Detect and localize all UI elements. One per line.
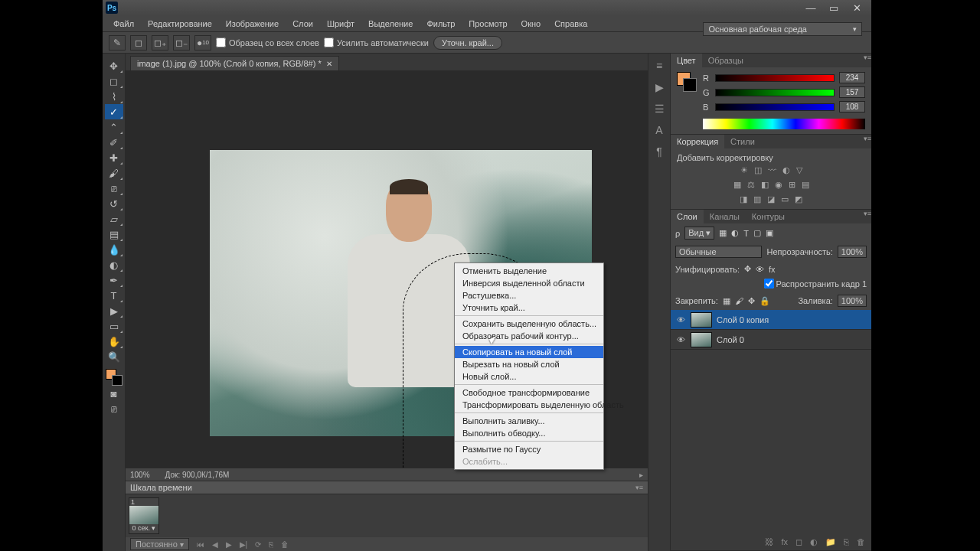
pen-tool-icon[interactable]: ✒ — [105, 272, 123, 288]
document-tab[interactable]: image (1).jpg @ 100% (Слой 0 копия, RGB/… — [130, 56, 339, 70]
add-selection-icon[interactable]: ◻₊ — [152, 35, 168, 51]
tab-adjustments[interactable]: Коррекция — [671, 135, 724, 148]
exposure-icon[interactable]: ◐ — [782, 165, 790, 175]
subtract-selection-icon[interactable]: ◻₋ — [173, 35, 190, 51]
next-frame-icon[interactable]: ▶| — [240, 540, 248, 549]
marquee-tool-icon[interactable]: ◻ — [105, 73, 123, 89]
ctx-deselect[interactable]: Отменить выделение — [455, 265, 603, 277]
link-layers-icon[interactable]: ⛓ — [765, 537, 773, 546]
layer-name[interactable]: Слой 0 — [717, 335, 744, 344]
ctx-layer-via-cut[interactable]: Вырезать на новый слой — [455, 358, 603, 370]
menu-window[interactable]: Окно — [515, 18, 547, 30]
filter-pixel-icon[interactable]: ▦ — [719, 228, 727, 238]
zoom-tool-icon[interactable]: 🔍 — [105, 349, 123, 364]
ctx-save-selection[interactable]: Сохранить выделенную область... — [455, 318, 603, 330]
timeline-menu-icon[interactable]: ▾≡ — [635, 484, 643, 491]
history-panel-icon[interactable]: ≡ — [656, 60, 662, 72]
menu-layers[interactable]: Слои — [286, 18, 319, 30]
lock-transparency-icon[interactable]: ▦ — [723, 296, 730, 306]
maximize-button[interactable]: ▭ — [822, 2, 845, 14]
loop-mode-dropdown[interactable]: Постоянно ▾ — [130, 538, 189, 550]
brightness-icon[interactable]: ☀ — [740, 165, 748, 175]
menu-help[interactable]: Справка — [548, 18, 593, 30]
brush-size-icon[interactable]: ●10 — [194, 35, 211, 51]
g-slider[interactable] — [715, 89, 835, 96]
character-panel-icon[interactable]: A — [655, 124, 662, 136]
zoom-level[interactable]: 100% — [130, 471, 150, 479]
type-tool-icon[interactable]: T — [105, 288, 123, 303]
frame-duration[interactable]: 0 сек. ▾ — [129, 524, 158, 533]
tab-color[interactable]: Цвет — [671, 54, 702, 67]
close-button[interactable]: ✕ — [845, 2, 868, 14]
unify-visibility-icon[interactable]: 👁 — [756, 265, 764, 274]
threshold-icon[interactable]: ◪ — [767, 194, 775, 204]
filter-smart-icon[interactable]: ▣ — [766, 228, 773, 238]
sample-all-layers-checkbox[interactable]: Образец со всех слоев — [216, 37, 319, 47]
eraser-tool-icon[interactable]: ▱ — [105, 211, 123, 227]
layer-mask-icon[interactable]: ◻ — [795, 537, 802, 547]
color-fg-bg-swatch[interactable] — [677, 72, 697, 92]
tab-swatches[interactable]: Образцы — [702, 54, 750, 67]
propagate-frame-checkbox[interactable]: Распространить кадр 1 — [764, 279, 867, 289]
properties-panel-icon[interactable]: ☰ — [655, 103, 665, 115]
new-group-icon[interactable]: 📁 — [825, 537, 836, 547]
bw-icon[interactable]: ◧ — [761, 180, 769, 190]
b-value[interactable]: 108 — [839, 101, 865, 112]
workspace-switcher[interactable]: Основная рабочая среда — [703, 22, 862, 36]
minimize-button[interactable]: — — [799, 2, 822, 14]
r-value[interactable]: 234 — [839, 72, 865, 83]
tab-styles[interactable]: Стили — [724, 135, 761, 148]
refine-edge-button[interactable]: Уточн. край... — [433, 36, 502, 50]
balance-icon[interactable]: ⚖ — [747, 180, 755, 190]
ctx-feather[interactable]: Растушевка... — [455, 289, 603, 302]
close-tab-icon[interactable]: ✕ — [326, 60, 332, 68]
history-brush-tool-icon[interactable]: ↺ — [105, 196, 123, 211]
delete-frame-icon[interactable]: 🗑 — [281, 540, 289, 549]
ctx-transform-selection[interactable]: Трансформировать выделенную область — [455, 399, 603, 411]
first-frame-icon[interactable]: ⏮ — [197, 540, 204, 549]
hand-tool-icon[interactable]: ✋ — [105, 334, 123, 349]
new-selection-icon[interactable]: ◻ — [130, 35, 147, 51]
unify-position-icon[interactable]: ✥ — [744, 264, 751, 274]
ctx-refine-edge[interactable]: Уточнить край... — [455, 302, 603, 314]
stamp-tool-icon[interactable]: ⎚ — [105, 181, 123, 196]
r-slider[interactable] — [715, 74, 835, 82]
layer-fx-icon[interactable]: fx — [781, 537, 788, 546]
layer-row[interactable]: 👁 Слой 0 — [671, 330, 871, 350]
layer-name[interactable]: Слой 0 копия — [717, 315, 769, 324]
actions-panel-icon[interactable]: ▶ — [655, 81, 664, 93]
play-icon[interactable]: ▶ — [226, 540, 232, 549]
paragraph-panel-icon[interactable]: ¶ — [656, 145, 662, 158]
visibility-icon[interactable]: 👁 — [675, 335, 686, 344]
blend-mode-dropdown[interactable]: Обычные — [675, 246, 762, 258]
curves-icon[interactable]: 〰 — [768, 165, 776, 175]
dodge-tool-icon[interactable]: ◐ — [105, 257, 123, 272]
gradient-tool-icon[interactable]: ▤ — [105, 227, 123, 242]
ctx-stroke[interactable]: Выполнить обводку... — [455, 427, 603, 439]
path-select-tool-icon[interactable]: ▶ — [105, 303, 123, 318]
spectrum-bar[interactable] — [703, 119, 865, 129]
mixer-icon[interactable]: ⊞ — [789, 180, 795, 190]
ctx-new-layer[interactable]: Новый слой... — [455, 370, 603, 383]
menu-image[interactable]: Изображение — [220, 18, 285, 30]
new-layer-icon[interactable]: ⎘ — [844, 537, 849, 546]
tool-preset-icon[interactable]: ✎ — [109, 35, 126, 51]
color-panel-menu-icon[interactable]: ▾≡ — [864, 54, 871, 67]
tab-paths[interactable]: Контуры — [746, 210, 791, 223]
menu-file[interactable]: Файл — [107, 18, 140, 30]
hue-icon[interactable]: ▦ — [733, 180, 741, 190]
ctx-free-transform[interactable]: Свободное трансформирование — [455, 386, 603, 399]
visibility-icon[interactable]: 👁 — [675, 315, 686, 324]
gradmap-icon[interactable]: ▭ — [781, 194, 789, 204]
layer-row[interactable]: 👁 Слой 0 копия — [671, 310, 871, 330]
lock-pixels-icon[interactable]: 🖌 — [735, 296, 743, 305]
brush-tool-icon[interactable]: 🖌 — [105, 165, 123, 181]
lookup-icon[interactable]: ▤ — [802, 180, 809, 190]
adjust-panel-menu-icon[interactable]: ▾≡ — [864, 135, 871, 148]
new-fill-layer-icon[interactable]: ◐ — [810, 537, 818, 547]
filter-shape-icon[interactable]: ▢ — [753, 228, 761, 238]
duplicate-frame-icon[interactable]: ⎘ — [269, 540, 273, 549]
eyedropper-tool-icon[interactable]: ✐ — [105, 135, 123, 150]
opacity-field[interactable]: 100% — [838, 246, 867, 258]
posterize-icon[interactable]: ▥ — [753, 194, 761, 204]
